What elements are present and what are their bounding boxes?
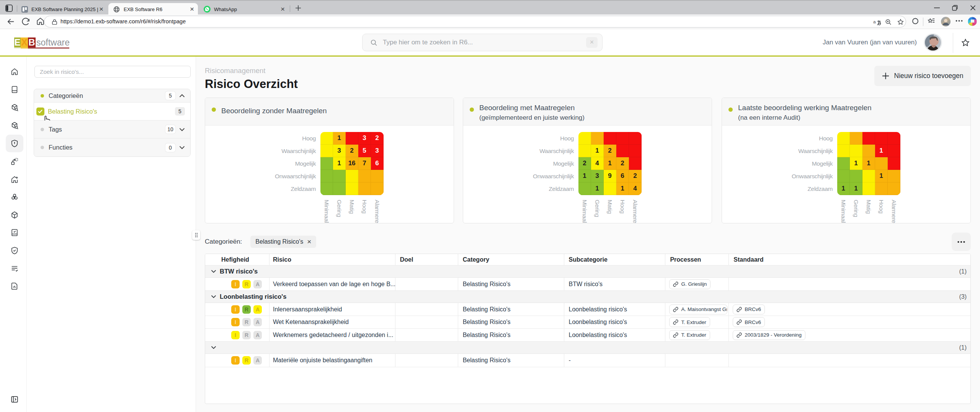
svg-text:a: a [873,19,876,24]
